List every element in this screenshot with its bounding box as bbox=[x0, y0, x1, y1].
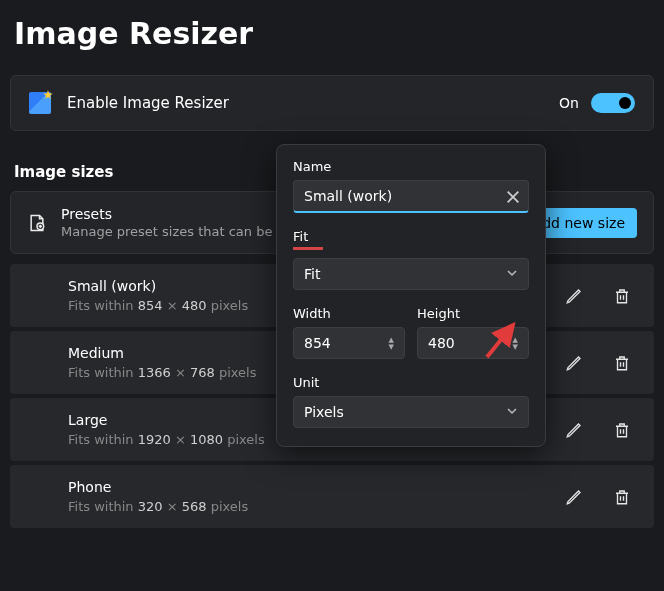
clear-input-icon[interactable] bbox=[505, 189, 521, 205]
edit-size-flyout: Name Fit Fit Width 854 ▲▼ Height 480 bbox=[276, 144, 546, 447]
delete-icon[interactable] bbox=[610, 284, 634, 308]
width-value: 854 bbox=[304, 335, 331, 351]
height-label: Height bbox=[417, 306, 460, 321]
resizer-app-icon bbox=[29, 92, 51, 114]
fit-label: Fit bbox=[293, 229, 308, 244]
fit-dropdown-value: Fit bbox=[304, 266, 320, 282]
chevron-down-icon bbox=[506, 404, 518, 420]
height-input[interactable]: 480 ▲▼ bbox=[417, 327, 529, 359]
unit-dropdown[interactable]: Pixels bbox=[293, 396, 529, 428]
toggle-state-text: On bbox=[559, 95, 579, 111]
spinner-arrows-icon[interactable]: ▲▼ bbox=[513, 337, 518, 350]
delete-icon[interactable] bbox=[610, 351, 634, 375]
edit-icon[interactable] bbox=[562, 351, 586, 375]
delete-icon[interactable] bbox=[610, 418, 634, 442]
enable-label: Enable Image Resizer bbox=[67, 94, 559, 112]
size-row-subtitle: Fits within 320 × 568 pixels bbox=[68, 499, 562, 514]
width-input[interactable]: 854 ▲▼ bbox=[293, 327, 405, 359]
enable-toggle[interactable] bbox=[591, 93, 635, 113]
edit-icon[interactable] bbox=[562, 284, 586, 308]
delete-icon[interactable] bbox=[610, 485, 634, 509]
width-label: Width bbox=[293, 306, 331, 321]
unit-dropdown-value: Pixels bbox=[304, 404, 344, 420]
unit-label: Unit bbox=[293, 375, 319, 390]
presets-icon bbox=[27, 213, 47, 233]
enable-row: Enable Image Resizer On bbox=[10, 75, 654, 131]
page-title: Image Resizer bbox=[0, 0, 664, 75]
edit-icon[interactable] bbox=[562, 485, 586, 509]
name-input[interactable] bbox=[293, 180, 529, 213]
height-value: 480 bbox=[428, 335, 455, 351]
fit-dropdown[interactable]: Fit bbox=[293, 258, 529, 290]
edit-icon[interactable] bbox=[562, 418, 586, 442]
name-label: Name bbox=[293, 159, 331, 174]
spinner-arrows-icon[interactable]: ▲▼ bbox=[389, 337, 394, 350]
chevron-down-icon bbox=[506, 266, 518, 282]
size-row[interactable]: PhoneFits within 320 × 568 pixels bbox=[10, 465, 654, 528]
size-row-title: Phone bbox=[68, 479, 562, 495]
